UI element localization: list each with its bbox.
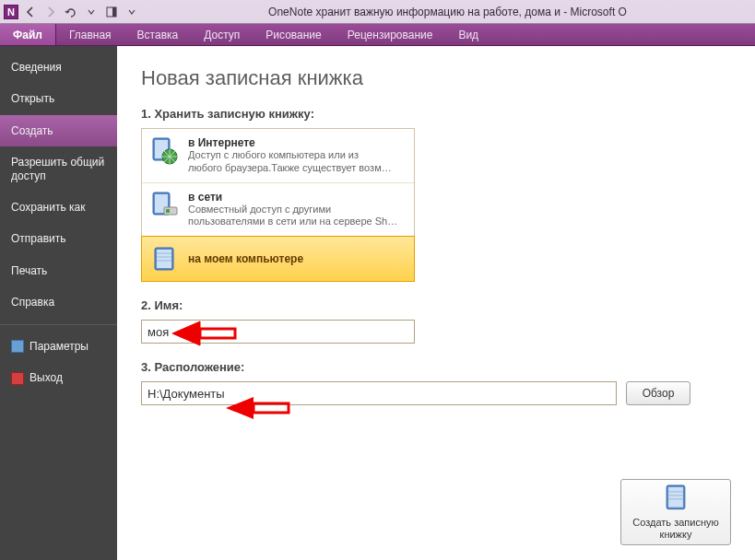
storage-desc: Доступ с любого компьютера или из	[188, 149, 407, 162]
notebook-web-icon	[149, 136, 179, 166]
ribbon-tabs: Файл Главная Вставка Доступ Рисование Ре…	[0, 24, 755, 46]
tab-insert[interactable]: Вставка	[124, 24, 192, 45]
svg-rect-10	[157, 250, 171, 268]
storage-options: в Интернете Доступ с любого компьютера и…	[141, 128, 415, 282]
sidebar-item-saveas[interactable]: Сохранить как	[0, 192, 117, 223]
annotation-arrow-2	[226, 394, 290, 422]
sidebar-separator	[0, 324, 117, 325]
section-storage-label: 1. Хранить записную книжку:	[141, 107, 731, 121]
storage-title: на моем компьютере	[188, 252, 303, 265]
storage-title: в сети	[188, 191, 407, 204]
sidebar-item-label: Параметры	[29, 340, 88, 353]
svg-rect-15	[668, 487, 683, 508]
sidebar-item-new[interactable]: Создать	[0, 115, 117, 146]
storage-option-local[interactable]: на моем компьютере	[141, 236, 415, 282]
svg-rect-8	[166, 209, 170, 213]
app-icon: N	[4, 5, 18, 19]
window-title: OneNote хранит важную информацию на рабо…	[140, 6, 755, 18]
back-icon[interactable]	[22, 4, 39, 20]
annotation-arrow-1	[172, 320, 237, 347]
svg-rect-19	[200, 329, 235, 338]
tab-share[interactable]: Доступ	[191, 24, 253, 45]
svg-marker-23	[226, 397, 254, 419]
undo-icon[interactable]	[63, 4, 79, 20]
backstage-sidebar: Сведения Открыть Создать Разрешить общий…	[0, 46, 117, 560]
tab-draw[interactable]: Рисование	[253, 24, 334, 45]
tab-view[interactable]: Вид	[445, 24, 491, 45]
sidebar-item-open[interactable]: Открыть	[0, 83, 117, 114]
storage-title: в Интернете	[188, 136, 407, 149]
dock-icon[interactable]	[103, 4, 120, 20]
sidebar-item-info[interactable]: Сведения	[0, 52, 117, 83]
browse-button[interactable]: Обзор	[626, 381, 690, 405]
notebook-icon	[663, 484, 689, 513]
sidebar-item-print[interactable]: Печать	[0, 255, 117, 286]
storage-desc: пользователями в сети или на сервере Sh…	[188, 216, 407, 228]
notebook-path-input[interactable]	[141, 381, 617, 405]
svg-rect-1	[112, 7, 116, 17]
quick-access-toolbar	[22, 4, 140, 20]
sidebar-item-label: Выход	[29, 371, 63, 384]
storage-desc: Совместный доступ с другими	[188, 204, 407, 216]
section-name-label: 2. Имя:	[141, 298, 731, 312]
create-button-label: Создать записную книжку	[625, 517, 726, 541]
notebook-network-icon	[149, 191, 179, 220]
storage-option-web[interactable]: в Интернете Доступ с любого компьютера и…	[142, 129, 414, 183]
exit-icon	[11, 372, 24, 385]
storage-option-network[interactable]: в сети Совместный доступ с другими польз…	[142, 183, 414, 238]
page-title: Новая записная книжка	[141, 66, 731, 90]
svg-rect-22	[254, 403, 289, 413]
create-notebook-button[interactable]: Создать записную книжку	[620, 479, 731, 545]
options-icon	[11, 340, 24, 353]
sidebar-item-help[interactable]: Справка	[0, 286, 117, 318]
qat-dropdown-icon[interactable]	[83, 4, 100, 20]
storage-desc: любого браузера.Также существует возм…	[188, 162, 407, 175]
sidebar-item-exit[interactable]: Выход	[0, 362, 117, 394]
backstage-content: Новая записная книжка 1. Хранить записну…	[117, 46, 755, 560]
qat-customize-icon[interactable]	[124, 4, 140, 20]
forward-icon[interactable]	[42, 4, 59, 20]
title-bar: N OneNote хранит важную информацию на ра…	[0, 0, 755, 24]
tab-review[interactable]: Рецензирование	[335, 24, 446, 45]
sidebar-item-share[interactable]: Разрешить общий доступ	[0, 146, 117, 192]
sidebar-item-send[interactable]: Отправить	[0, 223, 117, 254]
notebook-local-icon	[149, 244, 179, 274]
svg-marker-21	[172, 322, 200, 344]
tab-home[interactable]: Главная	[56, 24, 124, 45]
tab-file[interactable]: Файл	[0, 24, 56, 45]
sidebar-item-options[interactable]: Параметры	[0, 331, 117, 363]
section-path-label: 3. Расположение:	[141, 360, 731, 374]
